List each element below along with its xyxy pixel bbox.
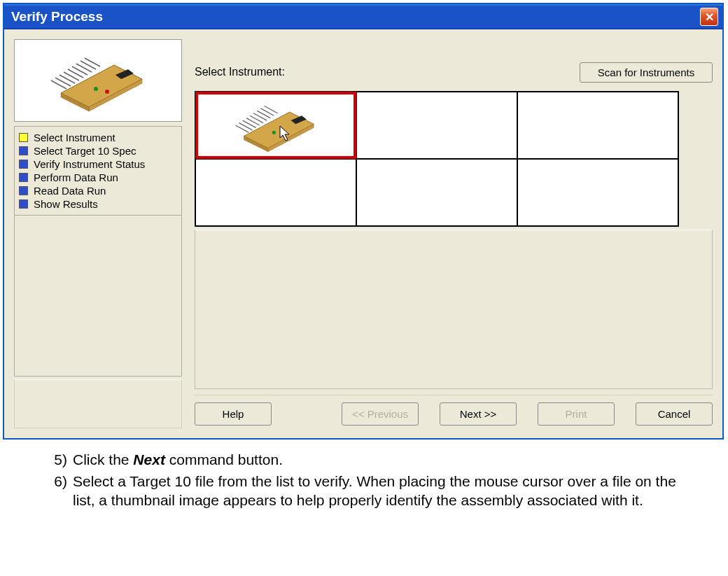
bullet-icon [19, 199, 28, 209]
svg-line-21 [246, 118, 260, 125]
chip-icon [216, 95, 335, 155]
svg-line-18 [235, 125, 248, 132]
main-panel: Select Instrument: Scan for Instruments [195, 39, 713, 428]
svg-line-23 [253, 113, 267, 120]
details-panel [195, 230, 713, 389]
instruction-text: Click the Next command button. [73, 451, 694, 470]
svg-line-20 [243, 120, 256, 127]
sidebar-bottom-panel [14, 379, 182, 428]
step-show-results[interactable]: Show Results [19, 197, 177, 211]
bullet-icon [19, 133, 28, 142]
instrument-cell-5[interactable] [356, 159, 517, 226]
svg-point-13 [105, 90, 109, 94]
step-label: Read Data Run [34, 185, 106, 197]
step-label: Verify Instrument Status [34, 158, 145, 170]
svg-line-25 [261, 108, 274, 115]
close-button[interactable]: ✕ [700, 8, 718, 26]
bullet-icon [19, 173, 28, 182]
svg-line-8 [72, 66, 88, 75]
next-button[interactable]: Next >> [440, 402, 517, 426]
svg-line-10 [80, 61, 96, 69]
print-button: Print [538, 402, 615, 426]
wizard-window: Verify Process ✕ [3, 3, 724, 440]
sidebar: Select Instrument Select Target 10 Spec … [14, 39, 182, 428]
instrument-cell-1[interactable] [195, 92, 356, 159]
svg-line-4 [55, 78, 71, 86]
spacer [293, 402, 321, 426]
step-label: Select Instrument [34, 132, 115, 143]
bullet-icon [19, 186, 28, 195]
close-icon: ✕ [705, 10, 714, 24]
svg-line-24 [257, 111, 270, 118]
instrument-cell-6[interactable] [517, 159, 678, 226]
preview-thumbnail [14, 39, 182, 122]
instrument-cell-4[interactable] [195, 159, 356, 226]
svg-line-9 [76, 64, 92, 72]
svg-line-19 [239, 123, 253, 130]
cancel-button[interactable]: Cancel [636, 402, 713, 426]
main-header: Select Instrument: Scan for Instruments [195, 59, 713, 85]
svg-line-3 [51, 80, 66, 89]
text-prefix: Click the [73, 451, 133, 468]
select-instrument-label: Select Instrument: [195, 66, 285, 78]
svg-line-6 [64, 72, 79, 80]
sidebar-spacer [14, 216, 182, 377]
instructions: 5) Click the Next command button. 6) Sel… [0, 442, 728, 527]
help-button[interactable]: Help [195, 402, 272, 426]
step-select-instrument[interactable]: Select Instrument [19, 131, 177, 144]
svg-line-7 [68, 69, 83, 78]
bullet-icon [19, 160, 28, 169]
instrument-cell-3[interactable] [517, 92, 678, 159]
svg-line-22 [250, 115, 263, 122]
instrument-cell-2[interactable] [356, 92, 517, 159]
previous-button: << Previous [342, 402, 419, 426]
step-label: Show Results [34, 198, 98, 210]
svg-point-27 [272, 131, 276, 134]
text-suffix: command button. [165, 451, 283, 468]
text-bold: Next [133, 451, 165, 468]
instruction-number: 5) [49, 451, 73, 470]
step-read-run[interactable]: Read Data Run [19, 184, 177, 197]
instruction-6: 6) Select a Target 10 file from the list… [49, 472, 694, 510]
content-area: Select Instrument Select Target 10 Spec … [4, 29, 722, 438]
instruction-5: 5) Click the Next command button. [49, 451, 694, 470]
button-bar: Help << Previous Next >> Print Cancel [195, 395, 713, 428]
svg-point-12 [94, 87, 98, 91]
bullet-icon [19, 146, 28, 155]
svg-line-5 [59, 75, 75, 83]
step-perform-run[interactable]: Perform Data Run [19, 171, 177, 184]
step-select-target[interactable]: Select Target 10 Spec [19, 144, 177, 157]
step-label: Select Target 10 Spec [34, 145, 136, 157]
chip-icon [38, 45, 158, 115]
svg-line-26 [265, 106, 278, 113]
scan-instruments-button[interactable]: Scan for Instruments [580, 62, 713, 83]
text-prefix: Select a Target 10 file from the list to… [73, 473, 676, 508]
titlebar: Verify Process ✕ [4, 4, 722, 29]
instrument-grid [195, 91, 679, 227]
instruction-number: 6) [49, 472, 73, 510]
svg-point-28 [282, 133, 286, 136]
step-verify-status[interactable]: Verify Instrument Status [19, 157, 177, 171]
steps-list: Select Instrument Select Target 10 Spec … [14, 126, 182, 216]
instruction-text: Select a Target 10 file from the list to… [73, 472, 694, 510]
window-title: Verify Process [11, 9, 103, 24]
svg-line-11 [85, 58, 100, 66]
step-label: Perform Data Run [34, 171, 118, 183]
